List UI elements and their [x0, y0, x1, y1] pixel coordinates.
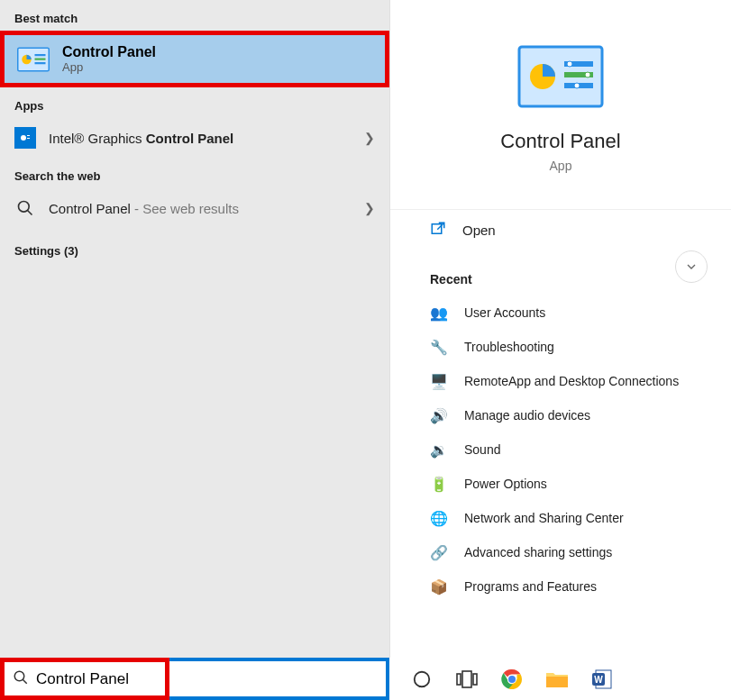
control-panel-large-icon [517, 45, 604, 108]
svg-line-10 [28, 211, 32, 215]
recent-item-sound[interactable]: 🔉Sound [390, 432, 731, 467]
open-icon [430, 221, 446, 240]
expand-button[interactable] [675, 250, 708, 283]
svg-line-22 [23, 679, 27, 684]
recent-item-troubleshooting[interactable]: 🔧Troubleshooting [390, 330, 731, 364]
chevron-right-icon: ❯ [364, 201, 375, 215]
svg-rect-7 [27, 135, 30, 136]
best-match-result[interactable]: Control Panel App [0, 31, 389, 87]
remote-icon: 🖥️ [430, 372, 448, 390]
task-view-icon[interactable] [454, 667, 480, 692]
power-icon: 🔋 [430, 475, 448, 493]
cortana-icon[interactable] [409, 667, 434, 692]
svg-point-17 [585, 72, 590, 77]
detail-title: Control Panel [390, 130, 731, 153]
best-match-header: Best match [0, 0, 389, 31]
speaker-icon: 🔉 [430, 441, 448, 459]
chrome-icon[interactable] [499, 667, 525, 692]
speaker-icon: 🔊 [430, 406, 448, 424]
recent-item-remoteapp[interactable]: 🖥️RemoteApp and Desktop Connections [390, 364, 731, 398]
network-icon: 🌐 [430, 509, 448, 527]
app-icon [14, 127, 36, 149]
control-panel-icon [17, 47, 50, 72]
svg-point-9 [19, 202, 30, 213]
detail-panel: Control Panel App Open Recent 👥User Acco… [389, 0, 731, 658]
search-icon [14, 197, 36, 219]
svg-rect-19 [432, 224, 442, 234]
open-label: Open [462, 223, 496, 238]
chevron-down-icon [684, 259, 699, 274]
file-explorer-icon[interactable] [544, 667, 570, 692]
svg-point-23 [415, 671, 430, 686]
share-icon: 🔗 [430, 543, 448, 561]
users-icon: 👥 [430, 304, 448, 322]
svg-point-29 [508, 676, 516, 683]
svg-rect-3 [35, 58, 46, 59]
apps-result-label: Intel® Graphics Control Panel [49, 131, 233, 146]
svg-point-16 [567, 61, 572, 67]
troubleshoot-icon: 🔧 [430, 338, 448, 356]
apps-header: Apps [0, 87, 389, 118]
search-input[interactable] [36, 670, 386, 688]
recent-item-programs[interactable]: 📦Programs and Features [390, 569, 731, 604]
web-result[interactable]: Control Panel - See web results ❯ [0, 188, 389, 228]
search-results-panel: Best match Control Panel App Apps Intel®… [0, 0, 389, 658]
recent-item-power[interactable]: 🔋Power Options [390, 467, 731, 501]
programs-icon: 📦 [430, 577, 448, 595]
svg-text:W: W [594, 675, 603, 685]
recent-item-advanced-sharing[interactable]: 🔗Advanced sharing settings [390, 535, 731, 569]
recent-list: 👥User Accounts 🔧Troubleshooting 🖥️Remote… [390, 295, 731, 604]
svg-point-21 [14, 671, 24, 681]
recent-item-network[interactable]: 🌐Network and Sharing Center [390, 501, 731, 535]
chevron-right-icon: ❯ [364, 131, 375, 145]
svg-point-18 [574, 83, 580, 88]
search-icon [13, 669, 29, 689]
web-result-label: Control Panel - See web results [49, 201, 239, 216]
apps-result-intel-graphics[interactable]: Intel® Graphics Control Panel ❯ [0, 118, 389, 158]
svg-rect-25 [462, 671, 471, 687]
settings-header[interactable]: Settings (3) [0, 228, 389, 263]
recent-item-audio[interactable]: 🔊Manage audio devices [390, 398, 731, 432]
search-box[interactable] [0, 658, 389, 700]
best-match-subtitle: App [62, 60, 156, 74]
open-action[interactable]: Open [390, 209, 731, 250]
recent-item-user-accounts[interactable]: 👥User Accounts [390, 295, 731, 330]
search-web-header: Search the web [0, 158, 389, 188]
word-icon[interactable]: W [589, 667, 615, 692]
detail-subtitle: App [390, 159, 731, 173]
svg-rect-26 [473, 674, 477, 685]
best-match-title: Control Panel [62, 44, 156, 60]
svg-rect-30 [546, 677, 568, 687]
svg-rect-4 [35, 62, 46, 64]
svg-rect-8 [27, 138, 30, 139]
svg-rect-24 [457, 674, 461, 685]
taskbar: W [0, 658, 731, 700]
svg-rect-2 [35, 54, 46, 56]
svg-point-6 [21, 135, 26, 141]
